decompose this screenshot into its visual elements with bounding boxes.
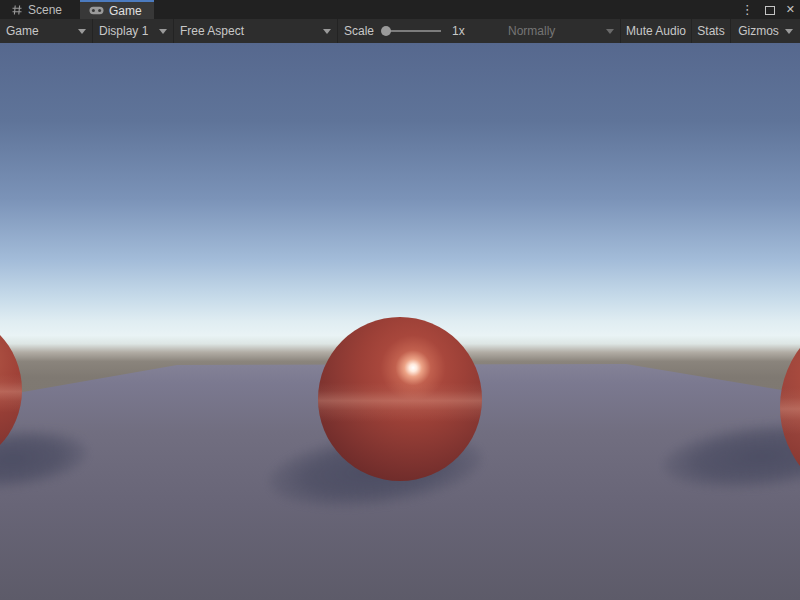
tab-bar: Scene Game ⋮ ✕ bbox=[0, 0, 800, 19]
chevron-down-icon bbox=[78, 29, 86, 34]
gizmos-dropdown[interactable]: Gizmos bbox=[731, 19, 800, 43]
kebab-menu-icon[interactable]: ⋮ bbox=[741, 3, 754, 16]
display-dropdown[interactable]: Display 1 bbox=[93, 19, 173, 43]
game-view-toolbar: Game Display 1 Free Aspect Scale 1x Norm… bbox=[0, 19, 800, 43]
maximize-on-play-label: Normally bbox=[508, 24, 555, 38]
game-view-menu-dropdown[interactable]: Game bbox=[0, 19, 92, 43]
aspect-ratio-dropdown[interactable]: Free Aspect bbox=[174, 19, 337, 43]
tab-scene[interactable]: Scene bbox=[2, 0, 74, 19]
scale-label: Scale bbox=[344, 24, 374, 38]
window-controls: ⋮ ✕ bbox=[741, 0, 795, 19]
scale-control: Scale 1x bbox=[338, 19, 502, 43]
stats-label: Stats bbox=[697, 24, 724, 38]
gizmos-label: Gizmos bbox=[738, 24, 779, 38]
stats-button[interactable]: Stats bbox=[692, 19, 730, 43]
scale-value: 1x bbox=[452, 24, 465, 38]
chevron-down-icon bbox=[606, 29, 614, 34]
tab-game[interactable]: Game bbox=[80, 0, 154, 19]
game-viewport[interactable] bbox=[0, 43, 800, 600]
chevron-down-icon bbox=[159, 29, 167, 34]
scale-slider-knob[interactable] bbox=[381, 26, 391, 36]
mute-audio-button[interactable]: Mute Audio bbox=[621, 19, 691, 43]
tab-scene-label: Scene bbox=[28, 3, 62, 17]
chevron-down-icon bbox=[323, 29, 331, 34]
gamepad-icon bbox=[89, 6, 104, 15]
chevron-down-icon bbox=[785, 29, 793, 34]
close-icon[interactable]: ✕ bbox=[786, 4, 795, 15]
mute-audio-label: Mute Audio bbox=[626, 24, 686, 38]
game-view-menu-label: Game bbox=[6, 24, 39, 38]
maximize-on-play-dropdown[interactable]: Normally bbox=[502, 19, 620, 43]
red-sphere-center bbox=[318, 317, 482, 481]
grid-icon bbox=[11, 4, 23, 16]
scale-slider[interactable] bbox=[383, 30, 441, 32]
aspect-ratio-label: Free Aspect bbox=[180, 24, 244, 38]
sphere-reflection-band bbox=[318, 317, 482, 481]
display-dropdown-label: Display 1 bbox=[99, 24, 148, 38]
maximize-icon[interactable] bbox=[765, 6, 775, 15]
tab-game-label: Game bbox=[109, 4, 142, 18]
